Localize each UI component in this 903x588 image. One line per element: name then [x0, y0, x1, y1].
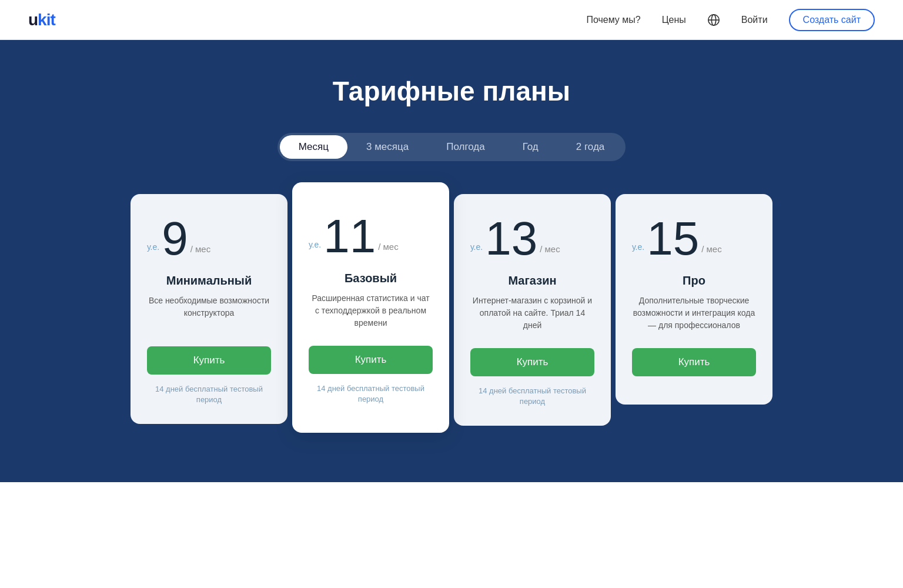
trial-text-shop: 14 дней бесплатный тестовый период [470, 386, 594, 407]
buy-button-basic[interactable]: Купить [309, 346, 433, 374]
globe-icon[interactable] [707, 14, 720, 26]
price-number-pro: 15 [647, 215, 699, 262]
plan-desc-shop: Интернет-магазин с корзиной и оплатой на… [470, 295, 594, 332]
logo[interactable]: ukit [28, 11, 55, 29]
period-tabs: Месяц 3 месяца Полгода Год 2 года [277, 133, 626, 161]
period-tab-2years[interactable]: 2 года [557, 135, 623, 159]
plan-desc-pro: Дополнительные творческие возможности и … [632, 295, 756, 332]
create-site-button[interactable]: Создать сайт [789, 9, 875, 31]
plan-name-shop: Магазин [470, 274, 594, 288]
plan-name-pro: Про [632, 274, 756, 288]
price-row-shop: у.е. 13 / мес [470, 215, 594, 262]
price-row-minimal: у.е. 9 / мес [147, 215, 271, 262]
plan-desc-minimal: Все необходимые возможности конструктора [147, 295, 271, 330]
price-per-basic: / мес [378, 242, 399, 252]
price-unit-pro: у.е. [632, 242, 644, 252]
login-button[interactable]: Войти [741, 15, 768, 25]
price-row-basic: у.е. 11 / мес [309, 213, 433, 260]
price-per-minimal: / мес [190, 244, 211, 254]
buy-button-pro[interactable]: Купить [632, 348, 756, 376]
plan-desc-basic: Расширенная статистика и чат с техподдер… [309, 292, 433, 329]
period-tab-month[interactable]: Месяц [280, 135, 347, 159]
price-number-basic: 11 [323, 213, 376, 260]
buy-button-minimal[interactable]: Купить [147, 346, 271, 375]
period-tab-3months[interactable]: 3 месяца [347, 135, 427, 159]
nav-prices[interactable]: Цены [662, 15, 686, 25]
nav-why[interactable]: Почему мы? [586, 15, 640, 25]
price-unit-shop: у.е. [470, 242, 483, 252]
plan-card-pro: у.е. 15 / мес Про Дополнительные творчес… [616, 194, 772, 405]
plan-name-basic: Базовый [309, 272, 433, 285]
buy-button-shop[interactable]: Купить [470, 348, 594, 376]
price-number-shop: 13 [485, 215, 537, 262]
main-nav: Почему мы? Цены Войти Создать сайт [586, 9, 875, 31]
price-unit-basic: у.е. [309, 240, 321, 249]
period-tab-halfyear[interactable]: Полгода [427, 135, 504, 159]
plan-name-minimal: Минимальный [147, 274, 271, 288]
price-row-pro: у.е. 15 / мес [632, 215, 756, 262]
plans-grid: у.е. 9 / мес Минимальный Все необходимые… [128, 192, 775, 435]
price-unit-minimal: у.е. [147, 242, 159, 252]
plan-card-shop: у.е. 13 / мес Магазин Интернет-магазин с… [454, 194, 611, 426]
page-title: Тарифные планы [28, 75, 875, 107]
period-tab-year[interactable]: Год [504, 135, 557, 159]
plan-card-minimal: у.е. 9 / мес Минимальный Все необходимые… [131, 194, 287, 424]
price-number-minimal: 9 [162, 215, 188, 262]
hero-section: Тарифные планы Месяц 3 месяца Полгода Го… [0, 40, 903, 482]
plan-card-basic: у.е. 11 / мес Базовый Расширенная статис… [292, 182, 449, 433]
header: ukit Почему мы? Цены Войти Создать сайт [0, 0, 903, 40]
trial-text-minimal: 14 дней бесплатный тестовый период [147, 384, 271, 405]
price-per-pro: / мес [701, 244, 722, 254]
trial-text-basic: 14 дней бесплатный тестовый период [309, 383, 433, 405]
price-per-shop: / мес [540, 244, 560, 254]
